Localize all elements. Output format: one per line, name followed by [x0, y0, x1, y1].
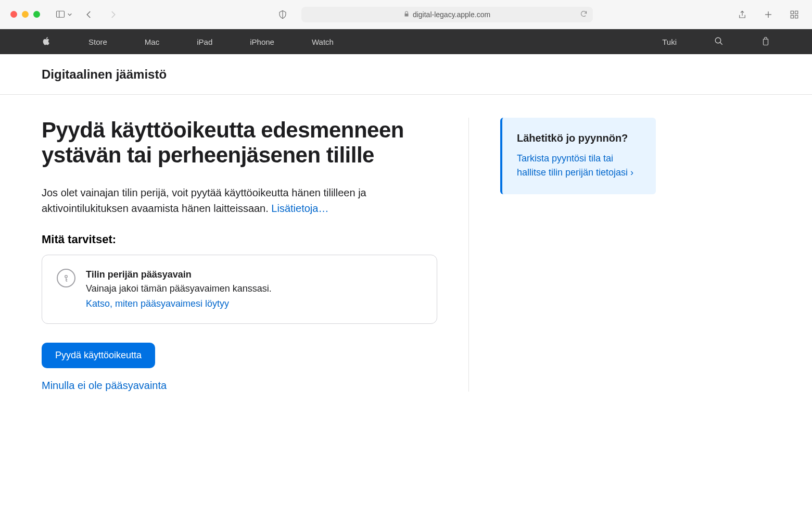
address-bar[interactable]: digital-legacy.apple.com	[301, 7, 593, 22]
key-icon	[57, 269, 75, 287]
apple-global-nav: Store Mac iPad iPhone Watch Tuki	[0, 29, 812, 54]
search-icon[interactable]	[714, 36, 724, 47]
card-description: Vainaja jakoi tämän pääsyavaimen kanssas…	[86, 282, 272, 296]
svg-rect-7	[791, 15, 793, 18]
callout-link[interactable]: Tarkista pyyntösi tila tai hallitse tili…	[517, 153, 633, 178]
nav-mac[interactable]: Mac	[145, 37, 159, 46]
url-text: digital-legacy.apple.com	[413, 10, 490, 19]
intro-paragraph: Jos olet vainajan tilin perijä, voit pyy…	[42, 185, 437, 216]
svg-rect-8	[795, 15, 798, 18]
request-access-button[interactable]: Pyydä käyttöoikeutta	[42, 343, 155, 368]
nav-iphone[interactable]: iPhone	[250, 37, 274, 46]
svg-rect-5	[791, 11, 793, 14]
svg-point-11	[65, 275, 68, 278]
close-window-button[interactable]	[10, 11, 17, 18]
status-callout: Lähetitkö jo pyynnön? Tarkista pyyntösi …	[500, 118, 656, 194]
access-key-card: Tilin perijän pääsyavain Vainaja jakoi t…	[42, 255, 437, 324]
page-subnav: Digitaalinen jäämistö	[0, 54, 812, 95]
sidebar-toggle-button[interactable]	[55, 10, 72, 19]
svg-line-10	[720, 42, 722, 45]
forward-button[interactable]	[106, 7, 120, 22]
callout-title: Lähetitkö jo pyynnön?	[517, 132, 641, 144]
apple-logo-icon[interactable]	[42, 36, 51, 47]
no-key-link[interactable]: Minulla ei ole pääsyavainta	[42, 380, 437, 392]
learn-more-link[interactable]: Lisätietoja…	[271, 203, 328, 214]
lock-icon	[403, 10, 410, 19]
window-controls	[10, 11, 40, 18]
card-title: Tilin perijän pääsyavain	[86, 268, 272, 282]
back-button[interactable]	[82, 7, 96, 22]
requirements-heading: Mitä tarvitset:	[42, 233, 437, 246]
svg-rect-0	[57, 11, 65, 17]
tab-overview-icon[interactable]	[787, 7, 802, 22]
svg-rect-6	[795, 11, 798, 14]
find-key-link[interactable]: Katso, miten pääsyavaimesi löytyy	[86, 297, 229, 311]
bag-icon[interactable]	[761, 36, 770, 48]
main-heading: Pyydä käyttöoikeutta edesmenneen ystävän…	[42, 118, 437, 168]
nav-watch[interactable]: Watch	[312, 37, 334, 46]
nav-support[interactable]: Tuki	[662, 37, 677, 46]
new-tab-icon[interactable]	[761, 7, 776, 22]
privacy-shield-icon[interactable]	[275, 7, 290, 22]
page-title: Digitaalinen jäämistö	[42, 67, 167, 82]
browser-toolbar: digital-legacy.apple.com	[0, 0, 812, 29]
share-icon[interactable]	[735, 7, 750, 22]
nav-store[interactable]: Store	[88, 37, 107, 46]
svg-point-9	[715, 37, 721, 43]
refresh-icon[interactable]	[580, 10, 588, 19]
maximize-window-button[interactable]	[33, 11, 40, 18]
nav-ipad[interactable]: iPad	[197, 37, 212, 46]
minimize-window-button[interactable]	[22, 11, 29, 18]
